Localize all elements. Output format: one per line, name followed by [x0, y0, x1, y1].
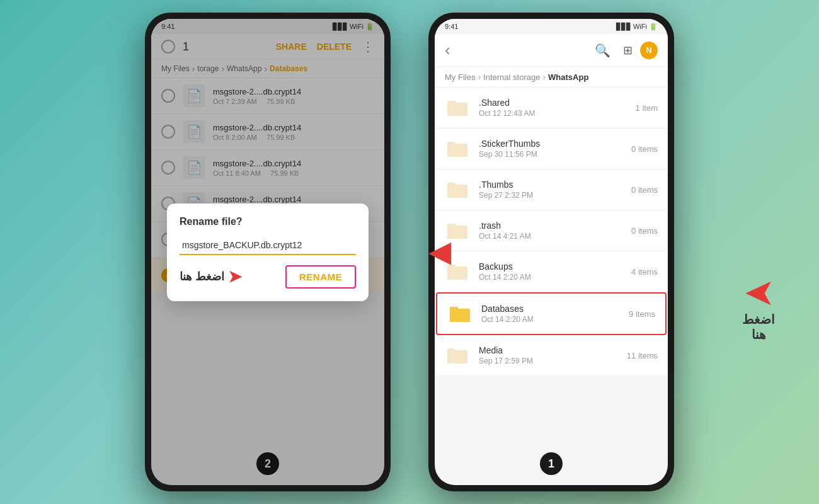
- folder-icon: [445, 343, 470, 368]
- folder-date: Sep 30 11:56 PM: [479, 150, 622, 159]
- breadcrumb2: My Files › Internal storage › WhatsApp: [435, 67, 668, 88]
- folder-icon: [445, 95, 470, 120]
- folder-item-thumbs[interactable]: .Thumbs Sep 27 2:32 PM 0 items: [435, 169, 668, 210]
- folder-date: Oct 14 2:20 AM: [479, 273, 622, 282]
- folder-count: 11 items: [627, 351, 658, 360]
- rename-dialog-overlay: Rename file? اضغط هنا ➤ RENAME: [151, 19, 384, 485]
- folder-icon: [445, 136, 470, 161]
- folder-name: .Thumbs: [479, 180, 622, 190]
- folder-item-databases[interactable]: Databases Oct 14 2:20 AM 9 items: [436, 292, 667, 335]
- folder-count: 0 items: [631, 185, 658, 195]
- folder-svg: [446, 98, 469, 117]
- svg-rect-3: [447, 227, 467, 239]
- annotation-right: ➤ اضغطهنا: [742, 277, 775, 342]
- grid-view-icon[interactable]: ⊞: [623, 43, 633, 57]
- folder-name: Media: [479, 345, 618, 355]
- folder-item-shared[interactable]: .Shared Oct 12 12:43 AM 1 item: [435, 88, 668, 129]
- svg-rect-5: [450, 310, 470, 322]
- search-icon[interactable]: 🔍: [595, 43, 610, 58]
- folder-list: .Shared Oct 12 12:43 AM 1 item .Sticke: [435, 88, 668, 376]
- rename-button[interactable]: RENAME: [285, 265, 356, 289]
- folder-date: Oct 14 4:21 AM: [479, 232, 622, 241]
- folder-date: Oct 14 2:20 AM: [481, 315, 620, 324]
- back-button[interactable]: ‹: [445, 40, 450, 60]
- phone-left: 9:41 ▊▊▊ WiFi 🔋 1 SHARE DELETE ⋮ My File…: [145, 13, 391, 491]
- user-avatar[interactable]: N: [640, 42, 658, 59]
- folder-count: 1 item: [636, 103, 658, 113]
- folder-icon: [447, 301, 472, 326]
- svg-rect-0: [447, 104, 467, 116]
- folder-icon: [445, 218, 470, 243]
- dialog-title: Rename file?: [180, 216, 356, 227]
- arabic-annotation-right: اضغطهنا: [742, 312, 775, 342]
- folder-date: Oct 12 12:43 AM: [479, 109, 627, 118]
- folder-count: 0 items: [631, 226, 658, 236]
- bc2-internal[interactable]: Internal storage: [483, 72, 540, 82]
- folder-name: .StickerThumbs: [479, 139, 622, 149]
- bc2-myfiles[interactable]: My Files: [445, 72, 475, 82]
- folder-item-trash[interactable]: .trash Oct 14 4:21 AM 0 items: [435, 210, 668, 251]
- arabic-hint-left: اضغط هنا: [180, 270, 224, 284]
- folder-icon: [445, 177, 470, 202]
- folder-name: .trash: [479, 220, 622, 231]
- svg-rect-4: [447, 268, 467, 280]
- dialog-actions: اضغط هنا ➤ RENAME: [180, 265, 356, 289]
- folder-icon: [445, 259, 470, 284]
- folder-date: Sep 17 2:59 PM: [479, 357, 618, 365]
- folder-item-media[interactable]: Media Sep 17 2:59 PM 11 items: [435, 335, 668, 376]
- folder-count: 9 items: [629, 309, 655, 319]
- folder-item-backups[interactable]: Backups Oct 14 2:20 AM 4 items: [435, 251, 668, 292]
- step-badge-1: 1: [540, 452, 563, 475]
- folder-name: Backups: [479, 261, 622, 272]
- svg-rect-6: [447, 352, 467, 364]
- folder-count: 0 items: [631, 144, 658, 154]
- folder-date: Sep 27 2:32 PM: [479, 191, 622, 200]
- rename-dialog: Rename file? اضغط هنا ➤ RENAME: [167, 203, 369, 301]
- svg-rect-2: [447, 186, 467, 198]
- folder-item-stickerthumbs[interactable]: .StickerThumbs Sep 30 11:56 PM 0 items: [435, 129, 668, 169]
- folder-name: .Shared: [479, 98, 627, 108]
- rename-input[interactable]: [180, 236, 356, 255]
- svg-rect-1: [447, 145, 467, 157]
- arrow-right-icon: ➤: [228, 267, 242, 287]
- status-bar-right: 9:41 ▊▊▊ WiFi 🔋: [435, 19, 668, 34]
- folder-count: 4 items: [631, 267, 658, 277]
- bc2-whatsapp[interactable]: WhatsApp: [548, 72, 588, 82]
- phone-right: 9:41 ▊▊▊ WiFi 🔋 ‹ 🔍 ⊞ N My Files › Inter…: [428, 13, 674, 491]
- folder-name: Databases: [481, 304, 620, 314]
- folder-nav-header: ‹ 🔍 ⊞ N: [435, 34, 668, 67]
